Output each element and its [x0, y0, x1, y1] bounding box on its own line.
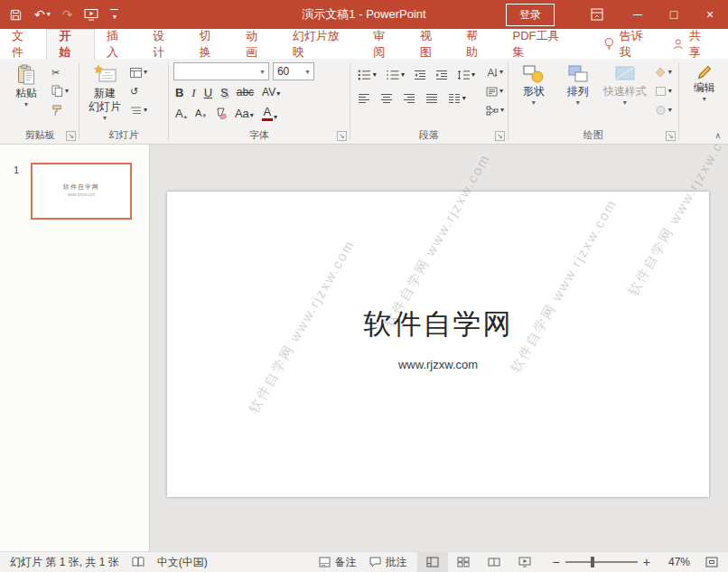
font-name-select[interactable]: ▾ — [173, 62, 269, 80]
tab-home[interactable]: 开始 — [46, 29, 94, 59]
sign-in-button[interactable]: 登录 — [506, 4, 555, 26]
clipboard-dialog-launcher[interactable]: ↘ — [66, 131, 76, 141]
tab-file[interactable]: 文件 — [0, 29, 46, 59]
caret-down-icon[interactable]: ▾ — [302, 68, 313, 76]
paste-button[interactable]: 粘贴 ▾ — [5, 62, 47, 128]
arrange-icon — [567, 64, 589, 84]
reset-slide-button[interactable]: ↺ — [128, 84, 149, 98]
slide-subtitle-text[interactable]: www.rjzxw.com — [167, 358, 709, 371]
align-left-button[interactable] — [355, 93, 373, 104]
copy-button[interactable]: ▾ — [50, 84, 70, 98]
section-button[interactable]: ▾ — [128, 103, 149, 117]
align-center-button[interactable] — [378, 93, 396, 104]
notes-button[interactable]: 备注 — [313, 552, 363, 572]
tab-help[interactable]: 帮助 — [454, 29, 500, 59]
save-button[interactable] — [9, 8, 23, 22]
font-dialog-launcher[interactable]: ↘ — [337, 131, 347, 141]
shape-outline-button[interactable]: ▾ — [653, 84, 674, 98]
zoom-slider[interactable] — [565, 561, 638, 563]
save-icon — [9, 8, 23, 22]
format-painter-button[interactable] — [50, 103, 70, 117]
slide-layout-button[interactable]: ▾ — [128, 65, 149, 80]
collapse-ribbon-button[interactable]: ∧ — [714, 131, 721, 140]
undo-button[interactable]: ↶ ▾ — [34, 8, 51, 21]
tab-pdf-tools[interactable]: PDF工具集 — [501, 29, 583, 59]
paragraph-group-label: 段落 — [419, 129, 439, 140]
font-color-button[interactable]: A ▾ — [262, 106, 277, 121]
editing-button[interactable]: 编辑 ▾ — [684, 62, 725, 128]
tab-review[interactable]: 审阅 — [361, 29, 407, 59]
comments-label: 批注 — [386, 555, 407, 570]
spell-check-button[interactable] — [126, 552, 151, 572]
font-size-value: 60 — [277, 65, 302, 78]
increase-indent-button[interactable] — [433, 70, 451, 80]
comments-button[interactable]: 批注 — [363, 552, 414, 572]
align-right-button[interactable] — [400, 93, 418, 104]
increase-font-size-button[interactable]: A ▴ — [175, 108, 187, 119]
align-text-button[interactable]: ▾ — [484, 84, 506, 98]
language-indicator[interactable]: 中文(中国) — [151, 552, 214, 572]
caret-down-icon: ▾ — [668, 88, 672, 95]
drawing-dialog-launcher[interactable]: ↘ — [666, 131, 676, 141]
zoom-level[interactable]: 47% — [659, 556, 699, 568]
tab-insert[interactable]: 插入 — [95, 29, 141, 59]
slide-sorter-view-button[interactable] — [448, 552, 479, 572]
change-case-button[interactable]: Aa ▾ — [235, 108, 254, 119]
zoom-slider-thumb[interactable] — [591, 557, 594, 567]
tab-view[interactable]: 视图 — [408, 29, 454, 59]
customize-quick-access-toolbar-button[interactable]: ▾ — [110, 9, 118, 21]
reading-view-button[interactable] — [479, 552, 509, 572]
maximize-button[interactable]: □ — [656, 0, 692, 29]
slideshow-view-button[interactable] — [509, 552, 540, 572]
redo-button[interactable]: ↷ — [62, 8, 73, 21]
tab-animations[interactable]: 动画 — [234, 29, 280, 59]
ribbon-display-options-button[interactable] — [582, 0, 612, 29]
numbering-button[interactable]: ▾ — [383, 70, 407, 80]
content-area: 1 软件自学网 www.rjzxw.com 软件自学网 www.rjzxw.co… — [0, 145, 728, 551]
slide-counter[interactable]: 幻灯片 第 1 张, 共 1 张 — [4, 552, 126, 572]
shapes-button[interactable]: 形状 ▾ — [513, 62, 555, 128]
line-spacing-button[interactable]: ▾ — [454, 70, 478, 80]
caret-down-icon[interactable]: ▾ — [257, 68, 268, 76]
tab-transitions[interactable]: 切换 — [188, 29, 234, 59]
tab-design[interactable]: 设计 — [141, 29, 187, 59]
cut-button[interactable]: ✂ — [50, 65, 70, 80]
character-spacing-button[interactable]: AV ▾ — [262, 87, 280, 98]
slide-title-text[interactable]: 软件自学网 — [167, 305, 709, 343]
text-direction-button[interactable]: ▾ — [484, 65, 506, 80]
font-size-select[interactable]: 60 ▾ — [273, 62, 314, 80]
quick-styles-button[interactable]: 快速样式 ▾ — [602, 62, 649, 128]
shape-effects-button[interactable]: ▾ — [653, 103, 674, 117]
tab-slideshow[interactable]: 幻灯片放映 — [281, 29, 362, 59]
fit-slide-to-window-button[interactable] — [699, 552, 724, 572]
slide-1-thumbnail[interactable]: 软件自学网 www.rjzxw.com — [31, 163, 132, 220]
convert-to-smartart-button[interactable]: ▾ — [484, 103, 506, 117]
close-button[interactable]: × — [692, 0, 728, 29]
paragraph-dialog-launcher[interactable]: ↘ — [495, 131, 505, 141]
caret-down-icon: ▾ — [65, 88, 69, 95]
slide-canvas[interactable]: 软件自学网 www.rjzxw.com 软件自学网 www.rjzxw.com … — [167, 192, 709, 497]
tell-me-button[interactable]: 告诉我 — [594, 29, 663, 59]
zoom-in-button[interactable]: + — [638, 555, 656, 569]
arrange-button[interactable]: 排列 ▾ — [557, 62, 599, 128]
start-slideshow-from-beginning-button[interactable] — [84, 8, 98, 21]
shape-fill-button[interactable]: ▾ — [653, 65, 674, 80]
decrease-indent-button[interactable] — [411, 70, 429, 80]
strikethrough-button[interactable]: abc — [237, 87, 254, 98]
normal-view-button[interactable] — [417, 552, 448, 572]
clear-formatting-button[interactable] — [214, 108, 227, 119]
minimize-button[interactable]: ─ — [620, 0, 656, 29]
justify-button[interactable] — [423, 93, 441, 104]
italic-button[interactable]: I — [191, 87, 195, 98]
zoom-out-button[interactable]: − — [547, 555, 565, 569]
decrease-font-size-button[interactable]: A ▾ — [195, 108, 206, 118]
bullets-button[interactable]: ▾ — [355, 70, 379, 80]
bold-button[interactable]: B — [175, 87, 183, 98]
share-button[interactable]: 共享 — [663, 29, 721, 59]
text-shadow-button[interactable]: S — [220, 87, 229, 98]
shape-fill-icon — [655, 67, 667, 78]
underline-button[interactable]: U — [204, 87, 212, 98]
columns-button[interactable]: ▾ — [445, 93, 469, 104]
new-slide-button[interactable]: 新建 幻灯片 ▾ — [84, 62, 126, 128]
group-separator — [168, 63, 169, 140]
